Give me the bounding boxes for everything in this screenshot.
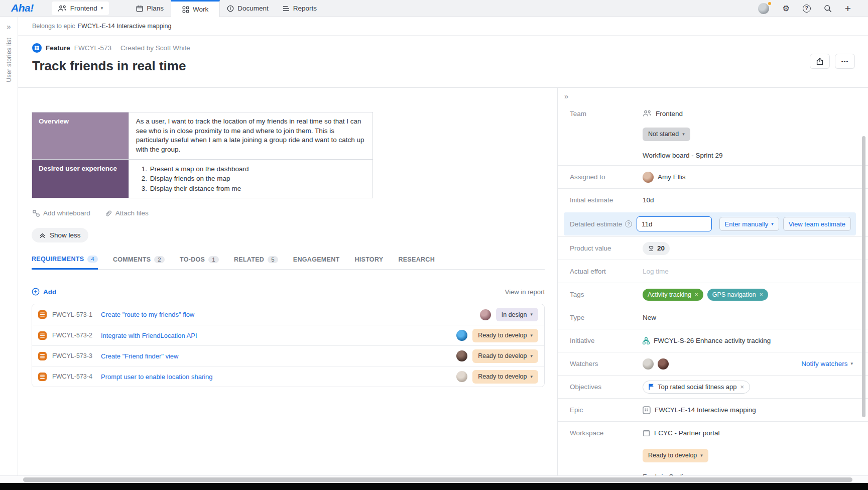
workspace-switcher[interactable]: Frontend ▾ — [52, 2, 109, 15]
remove-tag-icon[interactable]: × — [760, 291, 763, 298]
requirement-icon — [38, 310, 47, 319]
breadcrumb-prefix: Belongs to epic — [32, 23, 75, 30]
initial-estimate-value[interactable]: 10d — [643, 196, 855, 204]
collapse-chevrons-icon — [39, 232, 46, 238]
tab-related[interactable]: RELATED 5 — [234, 256, 278, 269]
assignee-avatar[interactable] — [456, 350, 467, 361]
requirement-title-link[interactable]: Create "route to my friends" flow — [101, 311, 194, 318]
remove-objective-icon[interactable]: × — [740, 383, 745, 391]
team-icon — [643, 110, 652, 117]
top-nav: Aha! Frontend ▾ Plans Work — [0, 0, 868, 17]
epic-label: Epic — [570, 406, 643, 414]
share-button[interactable] — [810, 54, 830, 69]
help-icon[interactable]: ? — [803, 5, 811, 13]
help-icon[interactable]: ? — [625, 220, 632, 227]
requirement-row[interactable]: FWCYL-573-4 Prompt user to enable locati… — [32, 366, 544, 387]
initiative-icon — [643, 337, 650, 344]
user-avatar[interactable] — [758, 3, 769, 14]
more-options-button[interactable]: ••• — [835, 54, 855, 69]
requirement-status-dropdown[interactable]: Ready to develop ▾ — [472, 370, 538, 384]
nav-item-plans[interactable]: Plans — [129, 0, 171, 17]
requirement-status-dropdown[interactable]: Ready to develop ▾ — [472, 349, 538, 363]
notify-watchers-dropdown[interactable]: Notify watchers ▾ — [801, 360, 853, 368]
show-less-button[interactable]: Show less — [32, 228, 88, 242]
requirement-row[interactable]: FWCYL-573-2 Integrate with FriendLocatio… — [32, 325, 544, 345]
feature-status-dropdown[interactable]: Not started ▾ — [643, 128, 690, 141]
horizontal-scrollbar[interactable] — [23, 477, 852, 482]
initiative-link[interactable]: FWCYL-S-26 Enhance activity tracking — [654, 337, 771, 344]
sprint-link[interactable]: Workflow board - Sprint 29 — [643, 152, 723, 159]
nav-work-label: Work — [193, 6, 208, 13]
requirement-title-link[interactable]: Create "Friend finder" view — [101, 352, 178, 360]
workflow-status-dropdown[interactable]: Ready to develop ▾ — [643, 449, 708, 462]
attach-files-button[interactable]: Attach files — [104, 209, 149, 217]
tab-engagement[interactable]: ENGAGEMENT — [293, 256, 340, 269]
add-whiteboard-button[interactable]: Add whiteboard — [33, 209, 90, 217]
enter-manually-dropdown[interactable]: Enter manually ▾ — [719, 217, 779, 231]
assigned-to-value[interactable]: Amy Ellis — [658, 173, 686, 181]
tab-count-badge: 2 — [154, 256, 165, 263]
tag-pill[interactable]: GPS navigation × — [707, 289, 768, 301]
initiative-label: Initiative — [570, 337, 643, 344]
detailed-estimate-input[interactable] — [637, 216, 712, 231]
watcher-avatar[interactable] — [643, 358, 654, 370]
tab-history[interactable]: HISTORY — [354, 256, 383, 269]
overview-header-cell: Overview — [32, 112, 129, 160]
assignee-avatar[interactable] — [456, 330, 467, 341]
breadcrumb-epic-link[interactable]: FWCYL-E-14 Interactive mapping — [77, 23, 171, 30]
remove-tag-icon[interactable]: × — [695, 291, 698, 298]
nav-item-reports[interactable]: Reports — [276, 0, 324, 17]
product-value-pill[interactable]: 20 — [643, 242, 670, 255]
vertical-scrollbar[interactable] — [862, 136, 865, 417]
search-icon[interactable] — [824, 5, 832, 13]
tag-pill[interactable]: Activity tracking × — [643, 289, 703, 301]
assignee-avatar[interactable] — [456, 371, 467, 382]
objectives-label: Objectives — [570, 383, 643, 391]
tab-count-badge: 1 — [208, 256, 219, 263]
workspace-link[interactable]: FCYC - Partner portal — [654, 429, 720, 437]
requirement-id: FWCYL-573-3 — [52, 352, 95, 359]
settings-gear-icon[interactable]: ⚙ — [782, 4, 789, 13]
paperclip-icon — [104, 209, 112, 217]
workspace-icon — [643, 429, 650, 437]
collapse-sidebar-icon[interactable]: » — [558, 92, 868, 104]
aha-logo[interactable]: Aha! — [0, 0, 43, 17]
log-time-field[interactable]: Log time — [643, 268, 855, 275]
user-stories-panel-collapsed: » User stories list — [0, 17, 18, 490]
record-type-label: Feature — [46, 44, 70, 52]
watcher-avatar[interactable] — [658, 358, 669, 370]
requirement-icon — [38, 352, 47, 360]
chevron-down-icon: ▾ — [530, 312, 533, 317]
assignee-avatar[interactable] — [480, 309, 491, 320]
chevron-down-icon: ▾ — [101, 6, 103, 11]
view-in-report-link[interactable]: View in report — [505, 288, 545, 296]
description-table: Overview As a user, I want to track the … — [32, 112, 373, 198]
nav-item-document[interactable]: Document — [220, 0, 276, 17]
tab-comments[interactable]: COMMENTS 2 — [113, 256, 165, 269]
expand-panel-icon[interactable]: » — [7, 22, 11, 31]
whiteboard-icon — [33, 210, 40, 217]
epic-link[interactable]: FWCYL-E-14 Interactive mapping — [655, 406, 756, 414]
requirement-status-dropdown[interactable]: In design ▾ — [496, 308, 538, 321]
requirement-row[interactable]: FWCYL-573-1 Create "route to my friends"… — [32, 304, 544, 325]
initial-estimate-label: Initial estimate — [570, 196, 643, 204]
type-value[interactable]: New — [643, 314, 855, 321]
requirement-title-link[interactable]: Prompt user to enable location sharing — [101, 373, 213, 381]
objective-pill[interactable]: Top rated social fitness app × — [643, 381, 750, 394]
feature-description: Overview As a user, I want to track the … — [18, 88, 557, 490]
requirement-title-link[interactable]: Integrate with FriendLocation API — [101, 332, 197, 339]
tab-research[interactable]: RESEARCH — [398, 256, 435, 269]
requirement-id: FWCYL-573-1 — [52, 311, 95, 318]
created-by-text: Created by Scott White — [120, 44, 190, 52]
tab-todos[interactable]: TO-DOS 1 — [180, 256, 219, 269]
requirement-status-dropdown[interactable]: Ready to develop ▾ — [472, 329, 538, 342]
view-team-estimate-button[interactable]: View team estimate — [783, 217, 851, 231]
requirement-row[interactable]: FWCYL-573-3 Create "Friend finder" view … — [32, 345, 544, 366]
add-requirement-button[interactable]: Add — [32, 288, 56, 296]
team-value[interactable]: Frontend — [656, 110, 683, 117]
product-value-icon — [648, 245, 655, 252]
chevron-down-icon: ▾ — [771, 222, 774, 226]
nav-item-work[interactable]: Work — [171, 0, 220, 17]
add-new-icon[interactable]: + — [845, 3, 851, 15]
tab-requirements[interactable]: REQUIREMENTS 4 — [32, 256, 98, 270]
